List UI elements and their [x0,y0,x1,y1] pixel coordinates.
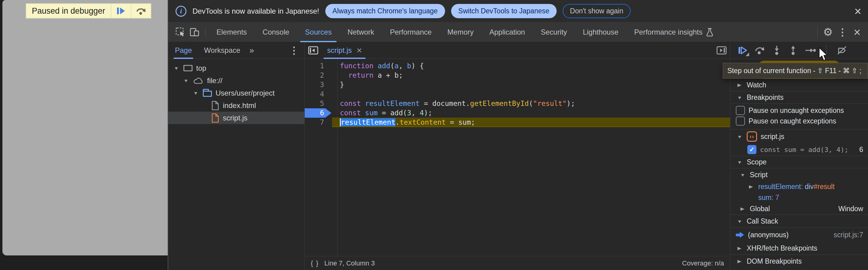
code-editor[interactable]: 1function add(a, b) {2 return a + b;3}45… [305,59,730,256]
inspect-element-icon[interactable] [173,23,188,42]
caret-right-icon[interactable] [739,206,746,211]
tab-lighthouse[interactable]: Lighthouse [575,23,626,42]
call-stack-section-header[interactable]: Call Stack [731,215,868,228]
watch-section-header[interactable]: Watch [731,79,868,91]
breakpoint-entry-row[interactable]: const sum = add(3, 4); 6 [731,144,868,156]
call-stack-frame-name: (anonymous) [748,231,788,239]
line-number[interactable]: 2 [305,71,332,80]
call-stack-frame-location: script.js:7 [834,231,863,239]
close-devtools-icon[interactable]: × [850,23,864,42]
xhr-breakpoints-section-header[interactable]: XHR/fetch Breakpoints [731,242,868,254]
pause-caught-exceptions-row[interactable]: Pause on caught exceptions [731,115,868,127]
infobar-close-icon[interactable]: × [855,5,861,17]
pause-caught-checkbox[interactable] [736,117,745,126]
pause-uncaught-checkbox[interactable] [736,106,745,115]
resume-script-button[interactable] [111,4,131,18]
code-line-7[interactable]: 7resultElement.textContent = sum; [305,118,730,127]
tab-sources[interactable]: Sources [297,23,340,42]
always-match-language-button[interactable]: Always match Chrome's language [325,4,445,18]
navigator-tab-workspace[interactable]: Workspace [204,42,241,59]
caret-right-icon[interactable] [736,245,743,251]
breakpoint-enabled-checkbox[interactable] [747,145,756,154]
tree-item-top[interactable]: top [168,62,304,74]
tab-performance[interactable]: Performance [382,23,439,42]
caret-down-icon[interactable] [736,219,743,224]
toggle-debugger-panel-icon[interactable] [713,46,730,55]
tree-item-file-protocol[interactable]: file:// [168,74,304,87]
scope-var-resultelement[interactable]: resultElement: div#result [731,181,868,192]
call-stack-frame-row[interactable]: (anonymous) script.js:7 [731,228,868,242]
tree-item-label: Users/user/project [216,89,275,97]
tab-security[interactable]: Security [533,23,575,42]
breakpoint-marker-line-number[interactable]: 6 [305,108,332,118]
scope-global-group[interactable]: Global Window [731,203,868,214]
step-over-button[interactable] [131,4,151,18]
tree-item-script-js[interactable]: script.js [168,112,304,124]
paused-in-debugger-banner: Paused in debugger [26,3,151,19]
tab-elements[interactable]: Elements [209,23,255,42]
code-line-6[interactable]: 6const sum = add(3, 4); [305,108,730,118]
step-icon[interactable] [805,46,816,55]
caret-right-icon[interactable] [736,82,743,88]
dont-show-again-button[interactable]: Don't show again [563,4,630,18]
step-into-icon[interactable] [772,46,781,55]
breakpoints-section-header[interactable]: Breakpoints [731,91,868,103]
deactivate-breakpoints-icon[interactable] [837,46,847,55]
tab-network[interactable]: Network [340,23,382,42]
tree-item-label: top [196,64,206,72]
caret-down-icon[interactable] [739,172,746,177]
resume-script-execution-icon[interactable] [738,46,747,55]
file-icon-js [211,113,219,123]
tree-item-index-html[interactable]: index.html [168,99,304,112]
settings-gear-icon[interactable]: ⚙ [821,23,835,42]
dom-breakpoints-section-header[interactable]: DOM Breakpoints [731,255,868,268]
tab-performance-insights[interactable]: Performance insights [626,23,721,42]
switch-to-japanese-button[interactable]: Switch DevTools to Japanese [451,4,557,18]
code-line-5[interactable]: 5const resultElement = document.getEleme… [305,99,730,108]
line-number[interactable]: 1 [305,61,332,71]
tab-console[interactable]: Console [255,23,297,42]
toggle-navigator-panel-icon[interactable] [305,46,322,55]
infobar-message: DevTools is now available in Japanese! [192,7,319,16]
navigator-kebab-icon[interactable]: ⋮ [289,44,299,56]
tree-item-project-folder[interactable]: Users/user/project [168,87,304,99]
code-line-3[interactable]: 3} [305,80,730,90]
coverage-status-text: Coverage: n/a [682,260,724,267]
devtools-infobar: i DevTools is now available in Japanese!… [168,0,868,23]
scope-script-group[interactable]: Script [731,169,868,181]
toggle-device-toolbar-icon[interactable] [188,23,202,42]
caret-down-icon[interactable] [736,159,743,165]
editor-tab-close-icon[interactable]: × [356,45,362,56]
caret-down-icon[interactable] [736,95,743,100]
code-line-1[interactable]: 1function add(a, b) { [305,61,730,71]
step-over-icon[interactable] [754,46,765,55]
line-number[interactable]: 5 [305,99,332,108]
step-out-icon[interactable] [788,46,798,55]
breakpoint-file-group[interactable]: ‹› script.js [731,129,868,144]
pause-uncaught-exceptions-row[interactable]: Pause on uncaught exceptions [731,104,868,115]
caret-down-icon[interactable] [192,90,199,96]
line-number[interactable]: 3 [305,80,332,90]
editor-tab-script-js[interactable]: script.js × [322,42,368,59]
tab-application[interactable]: Application [482,23,533,42]
navigator-overflow-chevrons[interactable]: » [249,46,254,55]
code-line-text: resultElement.textContent = sum; [332,118,730,127]
code-line-2[interactable]: 2 return a + b; [305,71,730,80]
scope-var-sum[interactable]: sum: 7 [731,192,868,203]
navigator-tab-page[interactable]: Page [175,42,192,59]
scope-group-label: Global [750,205,770,213]
caret-down-icon[interactable] [736,134,743,139]
caret-down-icon[interactable] [182,78,189,83]
tab-memory[interactable]: Memory [440,23,482,42]
line-number[interactable]: 7 [305,118,332,127]
caret-down-icon[interactable] [173,65,180,71]
code-line-4[interactable]: 4 [305,90,730,99]
tree-item-label: file:// [207,77,222,85]
caret-right-icon[interactable] [736,259,743,264]
line-number[interactable]: 4 [305,90,332,99]
pretty-print-icon[interactable] [311,260,319,267]
scope-section-header[interactable]: Scope [731,156,868,168]
more-options-kebab-icon[interactable]: ⋮ [835,23,850,42]
caret-right-icon[interactable] [747,184,754,189]
devtools-window: i DevTools is now available in Japanese!… [168,0,868,270]
